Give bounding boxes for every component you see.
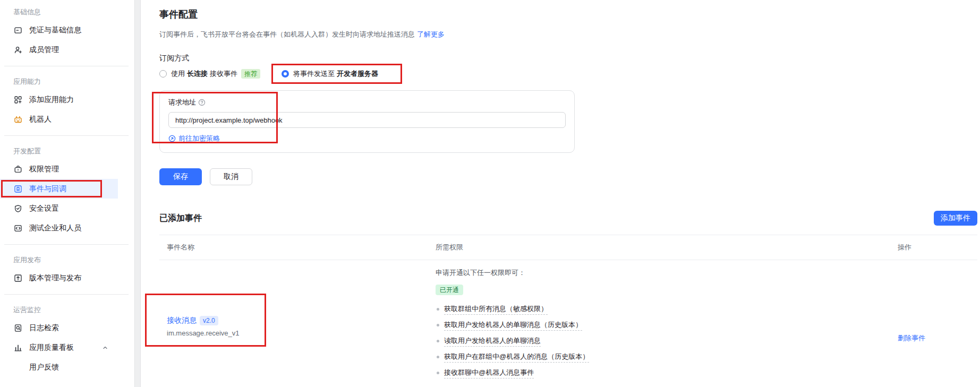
question-circle-icon[interactable] bbox=[198, 99, 206, 106]
permission-item: 接收群聊中@机器人消息事件 bbox=[436, 368, 898, 377]
sidebar-item-label: 应用质量看板 bbox=[29, 343, 74, 352]
cancel-button[interactable]: 取消 bbox=[210, 168, 252, 185]
request-address-label: 请求地址 bbox=[168, 98, 196, 107]
added-events-table: 事件名称 所需权限 操作 接收消息 v2.0 im.message.receiv… bbox=[159, 235, 977, 387]
sidebar-section-app-capability: 应用能力 bbox=[13, 77, 133, 87]
sidebar-item-permissions[interactable]: 权限管理 bbox=[0, 159, 133, 179]
permission-item: 获取用户在群组中@机器人的消息（历史版本） bbox=[436, 352, 898, 361]
column-header-event-name: 事件名称 bbox=[159, 243, 436, 252]
add-capability-icon bbox=[13, 95, 23, 105]
event-callback-icon bbox=[13, 184, 23, 194]
radio-unselected-icon[interactable] bbox=[159, 70, 167, 78]
added-events-title: 已添加事件 bbox=[159, 213, 202, 224]
log-search-icon bbox=[13, 323, 23, 333]
sidebar-item-add-capability[interactable]: 添加应用能力 bbox=[0, 90, 133, 109]
event-name-link[interactable]: 接收消息 bbox=[167, 316, 197, 325]
sidebar-scrollbar[interactable] bbox=[134, 0, 141, 387]
sidebar-divider bbox=[4, 66, 129, 66]
sidebar-item-label: 安全设置 bbox=[29, 204, 59, 213]
permissions-note: 申请开通以下任一权限即可： bbox=[436, 269, 898, 277]
delete-event-link[interactable]: 删除事件 bbox=[898, 333, 925, 343]
sidebar-item-label: 事件与回调 bbox=[29, 184, 66, 194]
sidebar-item-test-org[interactable]: 测试企业和人员 bbox=[0, 218, 133, 238]
table-header-row: 事件名称 所需权限 操作 bbox=[159, 235, 977, 260]
sidebar-item-events-callbacks[interactable]: 事件与回调 bbox=[0, 179, 118, 199]
sidebar-section-app-release: 应用发布 bbox=[13, 255, 133, 265]
sidebar-item-label: 机器人 bbox=[29, 115, 52, 124]
permission-lock-icon bbox=[13, 165, 23, 174]
version-upload-icon bbox=[13, 273, 23, 283]
event-name-cell: 接收消息 v2.0 im.message.receive_v1 bbox=[159, 269, 436, 384]
sidebar-item-user-feedback[interactable]: 用户反馈 bbox=[0, 357, 133, 377]
recommend-badge: 推荐 bbox=[241, 69, 260, 79]
radio-option-label: 将事件发送至开发者服务器 bbox=[293, 69, 380, 79]
sidebar-item-credentials[interactable]: 凭证与基础信息 bbox=[0, 20, 133, 40]
permission-item: 读取用户发给机器人的单聊消息 bbox=[436, 337, 898, 345]
request-address-panel: 请求地址 前往加密策略 bbox=[159, 90, 575, 153]
opened-status-badge: 已开通 bbox=[436, 285, 463, 295]
sidebar-item-label: 成员管理 bbox=[29, 45, 59, 55]
form-actions: 保存 取消 bbox=[159, 168, 977, 185]
encrypt-policy-link-label: 前往加密策略 bbox=[178, 134, 220, 143]
sidebar-section-ops-monitor: 运营监控 bbox=[13, 305, 133, 315]
credential-card-icon bbox=[13, 25, 23, 35]
page-description-text: 订阅事件后，飞书开放平台将会在事件（如机器人入群）发生时向请求地址推送消息 bbox=[159, 30, 415, 38]
sidebar-item-bot[interactable]: 机器人 bbox=[0, 109, 133, 129]
page-title: 事件配置 bbox=[159, 7, 977, 21]
sidebar-divider bbox=[4, 135, 129, 136]
subscription-options: 使用长连接接收事件 推荐 将事件发送至开发者服务器 bbox=[159, 70, 977, 78]
radio-option-developer-server[interactable]: 将事件发送至开发者服务器 bbox=[282, 69, 380, 79]
radio-option-long-connection[interactable]: 使用长连接接收事件 推荐 bbox=[159, 69, 260, 79]
quality-chart-icon bbox=[13, 343, 23, 352]
learn-more-link[interactable]: 了解更多 bbox=[417, 30, 445, 38]
sidebar-item-label: 日志检索 bbox=[29, 323, 59, 333]
sidebar-item-version-release[interactable]: 版本管理与发布 bbox=[0, 268, 133, 288]
version-badge: v2.0 bbox=[200, 316, 218, 325]
sidebar-divider bbox=[4, 244, 129, 245]
request-address-input[interactable] bbox=[168, 112, 566, 128]
permission-item: 获取群组中所有消息（敏感权限） bbox=[436, 305, 898, 313]
security-shield-icon bbox=[13, 204, 23, 213]
sidebar-section-dev-config: 开发配置 bbox=[13, 147, 133, 156]
encrypt-policy-link[interactable]: 前往加密策略 bbox=[168, 134, 220, 143]
sidebar-item-members[interactable]: 成员管理 bbox=[0, 40, 133, 59]
robot-icon bbox=[13, 115, 23, 124]
chevron-up-icon[interactable] bbox=[102, 345, 108, 351]
subscription-method-label: 订阅方式 bbox=[159, 54, 977, 63]
sidebar-item-log-search[interactable]: 日志检索 bbox=[0, 318, 133, 338]
sidebar: 基础信息 凭证与基础信息 成员管理 应用能力 添加应用能力 机器人 开发配置 权… bbox=[0, 0, 133, 387]
sidebar-item-label: 凭证与基础信息 bbox=[29, 25, 81, 35]
event-code: im.message.receive_v1 bbox=[167, 329, 240, 338]
sidebar-item-quality-dashboard[interactable]: 应用质量看板 bbox=[0, 338, 133, 357]
test-code-icon bbox=[13, 223, 23, 233]
sidebar-section-basic-info: 基础信息 bbox=[13, 7, 133, 17]
permissions-list: 获取群组中所有消息（敏感权限） 获取用户发给机器人的单聊消息（历史版本） 读取用… bbox=[436, 305, 898, 377]
column-header-required-permissions: 所需权限 bbox=[436, 243, 898, 252]
column-header-actions: 操作 bbox=[898, 243, 977, 252]
sidebar-item-label: 版本管理与发布 bbox=[29, 273, 81, 283]
sidebar-item-label: 添加应用能力 bbox=[29, 95, 74, 105]
permissions-cell: 申请开通以下任一权限即可： 已开通 获取群组中所有消息（敏感权限） 获取用户发给… bbox=[436, 269, 898, 384]
sidebar-item-label: 权限管理 bbox=[29, 165, 59, 174]
radio-selected-icon[interactable] bbox=[282, 70, 289, 78]
sidebar-item-label: 测试企业和人员 bbox=[29, 223, 81, 233]
radio-option-label: 使用长连接接收事件 bbox=[171, 69, 240, 79]
added-events-header: 已添加事件 添加事件 bbox=[159, 211, 977, 226]
permission-item: 获取用户发给机器人的单聊消息（历史版本） bbox=[436, 321, 898, 329]
add-event-button[interactable]: 添加事件 bbox=[934, 211, 977, 226]
save-button[interactable]: 保存 bbox=[159, 168, 202, 185]
table-row: 接收消息 v2.0 im.message.receive_v1 申请开通以下任一… bbox=[159, 260, 977, 387]
page-description: 订阅事件后，飞书开放平台将会在事件（如机器人入群）发生时向请求地址推送消息了解更… bbox=[159, 30, 977, 39]
sidebar-divider bbox=[4, 294, 129, 295]
sidebar-item-security-settings[interactable]: 安全设置 bbox=[0, 199, 133, 218]
event-config-page: 事件配置 订阅事件后，飞书开放平台将会在事件（如机器人入群）发生时向请求地址推送… bbox=[159, 0, 977, 387]
actions-cell: 删除事件 bbox=[898, 269, 977, 384]
sidebar-item-label: 用户反馈 bbox=[29, 363, 59, 372]
goto-icon bbox=[168, 135, 176, 142]
member-add-icon bbox=[13, 45, 23, 55]
